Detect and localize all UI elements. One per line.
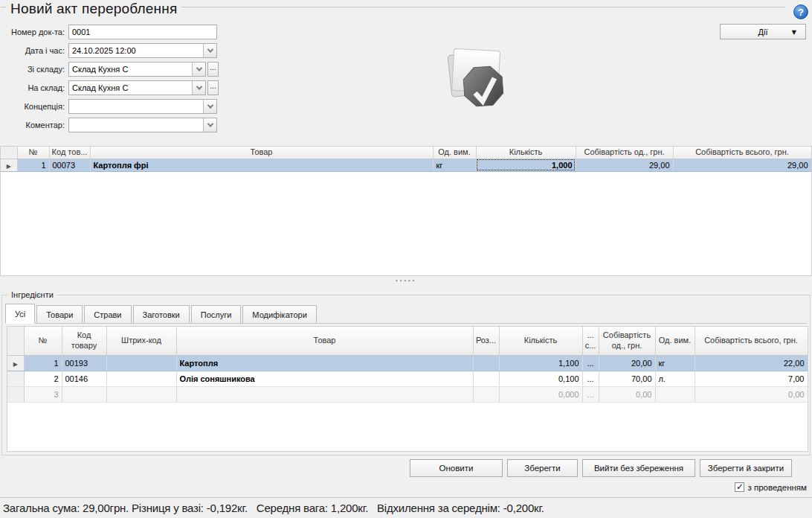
col-fact-cost[interactable]: ... с...	[582, 327, 599, 355]
row-selector-header	[1, 147, 17, 159]
concept-row: Концепція:	[0, 99, 217, 114]
cell-barcode[interactable]	[106, 371, 176, 386]
to-store-combobox[interactable]: Склад Кухня С	[68, 80, 206, 95]
tab-dishes[interactable]: Страви	[84, 305, 131, 323]
cell-total-cost[interactable]: 0,00	[695, 386, 808, 402]
cell-size[interactable]	[473, 355, 499, 371]
table-row[interactable]: ▶ 1 00073 Картопля фрі кг 1,000 29,00 29…	[1, 159, 811, 171]
col-num[interactable]: №	[24, 327, 62, 355]
tab-modifiers[interactable]: Модифікатори	[242, 305, 316, 323]
cell-unit[interactable]: кг	[433, 159, 476, 171]
col-unit-cost[interactable]: Собівартість од., грн.	[599, 327, 655, 355]
combo-arrow-icon[interactable]	[203, 44, 216, 57]
save-button[interactable]: Зберегти	[507, 459, 578, 477]
row-selector-cell[interactable]: ▶	[1, 159, 17, 171]
cell-unit-cost[interactable]: 20,00	[599, 355, 655, 371]
ingredients-table-header: № Код товару Штрих-код Товар Роз... Кіль…	[7, 327, 808, 355]
refresh-button[interactable]: Оновити	[410, 459, 503, 477]
cell-fact-cost[interactable]: ...	[582, 355, 599, 371]
cell-code[interactable]: 00073	[49, 159, 90, 171]
col-code[interactable]: Код товару	[62, 327, 106, 355]
combo-arrow-icon[interactable]	[192, 63, 205, 76]
cell-qty[interactable]: 1,100	[499, 355, 582, 371]
splitter-handle[interactable]: ·····	[0, 277, 812, 287]
tab-preparations[interactable]: Заготовки	[133, 305, 190, 323]
dropdown-arrow-icon: ▼	[792, 29, 796, 36]
comment-combobox[interactable]	[68, 118, 217, 132]
exit-without-saving-button[interactable]: Вийти без збереження	[582, 459, 695, 477]
col-num[interactable]: №	[17, 147, 49, 159]
help-icon[interactable]: ?	[793, 4, 808, 19]
to-store-label: На склад:	[0, 83, 68, 92]
cell-product[interactable]: Олія соняшникова	[176, 371, 473, 386]
to-store-browse-button[interactable]: ...	[207, 80, 219, 95]
cell-code[interactable]	[62, 386, 106, 402]
from-store-browse-button[interactable]: ...	[207, 62, 219, 77]
row-selector-cell[interactable]	[7, 371, 24, 386]
cell-num[interactable]: 1	[24, 355, 62, 371]
cell-unit[interactable]	[655, 386, 695, 402]
cell-total-cost[interactable]: 22,00	[695, 355, 808, 371]
cell-fact-cost[interactable]: ...	[582, 386, 599, 402]
combo-arrow-icon[interactable]	[192, 81, 205, 95]
cell-num[interactable]: 1	[17, 159, 49, 171]
table-row[interactable]: ▶ 1 00193 Картопля 1,100 ... 20,00 кг 22…	[7, 355, 808, 371]
cell-barcode[interactable]	[106, 355, 176, 371]
cell-product[interactable]: Картопля фрі	[90, 159, 433, 171]
col-total-cost[interactable]: Собівартість всього, грн.	[673, 147, 811, 159]
cell-barcode[interactable]	[106, 386, 176, 402]
col-qty[interactable]: Кількість	[476, 147, 576, 159]
col-unit[interactable]: Од. вим.	[433, 147, 476, 159]
doc-number-input[interactable]: 0001	[68, 25, 217, 39]
col-unit-cost[interactable]: Собівартість од., грн.	[576, 147, 673, 159]
row-selector-cell[interactable]: ▶	[7, 355, 24, 371]
combo-arrow-icon[interactable]	[203, 100, 216, 113]
col-qty[interactable]: Кількість	[499, 327, 582, 355]
cell-product[interactable]	[176, 386, 473, 402]
col-unit[interactable]: Од. вим.	[655, 327, 695, 355]
cell-code[interactable]: 00193	[62, 355, 106, 371]
tab-goods[interactable]: Товари	[36, 305, 83, 323]
col-size[interactable]: Роз...	[473, 327, 499, 355]
tab-services[interactable]: Послуги	[191, 305, 242, 323]
datetime-combobox[interactable]: 24.10.2025 12:00	[68, 43, 217, 58]
actions-button[interactable]: Дії ▼	[720, 24, 806, 39]
cell-total-cost[interactable]: 29,00	[673, 159, 811, 171]
doc-number-label: Номер док-та:	[0, 28, 68, 36]
cell-num[interactable]: 2	[24, 371, 62, 386]
cell-total-cost[interactable]: 7,00	[695, 371, 808, 386]
cell-unit[interactable]: л.	[655, 371, 695, 386]
col-total-cost[interactable]: Собівартість всього, грн.	[695, 327, 808, 355]
cell-size[interactable]	[473, 371, 499, 386]
cell-qty[interactable]: 1,000	[476, 159, 576, 171]
save-and-close-button[interactable]: Зберегти й закрити	[700, 459, 792, 477]
cell-unit[interactable]: кг	[655, 355, 695, 371]
cell-unit-cost[interactable]: 29,00	[576, 159, 673, 171]
cell-product[interactable]: Картопля	[176, 355, 473, 371]
from-store-combobox[interactable]: Склад Кухня С	[68, 62, 206, 77]
combo-arrow-icon[interactable]	[203, 118, 216, 132]
ingredients-group-label: Інгредієнти	[8, 290, 57, 299]
cell-unit-cost[interactable]: 0,00	[599, 386, 655, 402]
post-checkbox[interactable]: ✓	[735, 482, 744, 492]
concept-label: Концепція:	[0, 102, 68, 111]
cell-fact-cost[interactable]: ...	[582, 371, 599, 386]
col-code[interactable]: Код тов...	[49, 147, 90, 159]
col-barcode[interactable]: Штрих-код	[106, 327, 176, 355]
concept-combobox[interactable]	[68, 99, 217, 114]
row-selector-icon: ▶	[7, 163, 11, 170]
post-checkbox-label: з проведенням	[747, 483, 807, 492]
col-product[interactable]: Товар	[176, 327, 473, 355]
cell-qty[interactable]: 0,100	[499, 371, 582, 386]
cell-unit-cost[interactable]: 70,00	[599, 371, 655, 386]
col-product[interactable]: Товар	[90, 147, 433, 159]
tab-all[interactable]: Усі	[5, 304, 35, 324]
table-row-new[interactable]: 3 0,000 ... 0,00 0,00	[7, 386, 808, 402]
cell-size[interactable]	[473, 386, 499, 402]
table-row[interactable]: 2 00146 Олія соняшникова 0,100 ... 70,00…	[7, 371, 808, 386]
cell-qty[interactable]: 0,000	[499, 386, 582, 402]
cell-code[interactable]: 00146	[62, 371, 106, 386]
row-selector-cell[interactable]	[7, 386, 24, 402]
to-store-row: На склад: Склад Кухня С ...	[0, 80, 219, 95]
cell-num[interactable]: 3	[24, 386, 62, 402]
